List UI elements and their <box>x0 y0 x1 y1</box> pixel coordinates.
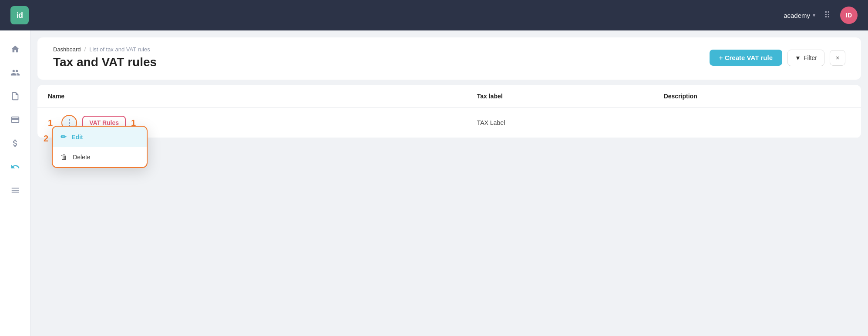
main-content: Dashboard / List of tax and VAT rules Ta… <box>30 30 868 336</box>
table-header-row: Name Tax label Description <box>37 85 861 108</box>
sidebar-item-users[interactable] <box>5 63 25 83</box>
breadcrumb-current: List of tax and VAT rules <box>89 46 150 53</box>
app-logo: id <box>10 6 29 24</box>
filter-label: Filter <box>804 54 817 61</box>
table-container: Name Tax label Description 1 ⋮ <box>37 85 861 138</box>
breadcrumb: Dashboard / List of tax and VAT rules <box>53 46 157 53</box>
edit-icon: ✏ <box>61 133 66 141</box>
sidebar-item-reports[interactable] <box>5 180 25 200</box>
step2-indicator: 2 <box>44 134 48 144</box>
delete-icon: 🗑 <box>61 153 67 161</box>
context-dropdown: ✏ Edit 🗑 Delete <box>52 126 148 168</box>
delete-menu-item[interactable]: 🗑 Delete <box>53 147 147 167</box>
account-selector[interactable]: academy ▾ <box>784 12 815 19</box>
edit-menu-item[interactable]: ✏ Edit <box>53 127 147 147</box>
page-header: Dashboard / List of tax and VAT rules Ta… <box>37 37 861 80</box>
sidebar-item-dollar[interactable] <box>5 133 25 153</box>
filter-button[interactable]: ▼ Filter <box>787 50 824 66</box>
avatar[interactable]: ID <box>840 7 858 24</box>
nav-left: id <box>10 6 29 24</box>
breadcrumb-home[interactable]: Dashboard <box>53 46 81 53</box>
col-tax-label: Tax label <box>467 85 653 108</box>
vat-rules-table: Name Tax label Description 1 ⋮ <box>37 85 861 138</box>
apps-grid-icon[interactable]: ⠿ <box>824 10 831 20</box>
row-description-cell <box>653 108 861 138</box>
col-name: Name <box>37 85 467 108</box>
close-filter-button[interactable]: × <box>830 50 845 66</box>
account-name: academy <box>784 12 810 19</box>
page-title: Tax and VAT rules <box>53 55 157 69</box>
col-description: Description <box>653 85 861 108</box>
app-body: Dashboard / List of tax and VAT rules Ta… <box>0 30 868 336</box>
step2-section: 2 ✏ Edit 🗑 Delete <box>44 126 148 168</box>
delete-label: Delete <box>73 154 90 161</box>
sidebar-item-billing[interactable] <box>5 110 25 130</box>
breadcrumb-separator: / <box>84 46 86 53</box>
row-tax-label-cell: TAX Label <box>467 108 653 138</box>
chevron-down-icon: ▾ <box>813 12 815 18</box>
table-row: 1 ⋮ VAT Rules 1 TAX Label <box>37 108 861 138</box>
edit-label: Edit <box>71 134 83 141</box>
sidebar <box>0 30 30 336</box>
sidebar-item-documents[interactable] <box>5 86 25 106</box>
sidebar-item-home[interactable] <box>5 39 25 59</box>
create-vat-rule-button[interactable]: + Create VAT rule <box>710 50 782 66</box>
top-navbar: id academy ▾ ⠿ ID <box>0 0 868 30</box>
sidebar-item-tax[interactable] <box>5 157 25 177</box>
filter-icon: ▼ <box>795 54 801 61</box>
header-actions: + Create VAT rule ▼ Filter × <box>710 50 845 66</box>
nav-right: academy ▾ ⠿ ID <box>784 7 858 24</box>
title-section: Dashboard / List of tax and VAT rules Ta… <box>53 46 157 69</box>
